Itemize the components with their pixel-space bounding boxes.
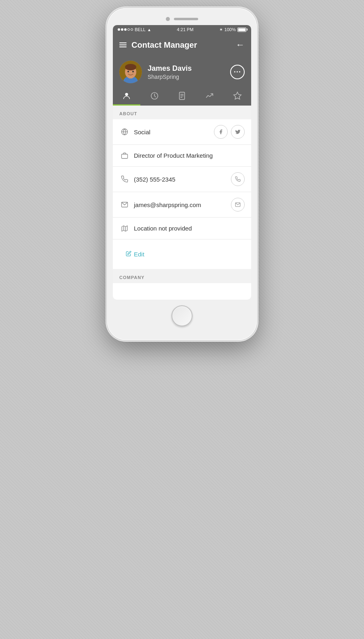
phone-text: (352) 555-2345 [134, 176, 231, 183]
company-card [113, 283, 251, 299]
app-title: Contact Manager [131, 40, 197, 50]
wifi-icon: ▲ [147, 28, 151, 32]
chart-icon [205, 91, 214, 102]
edit-item: Edit [113, 239, 251, 269]
signal-dots [118, 28, 133, 31]
facebook-button[interactable] [214, 125, 228, 139]
social-text: Social [134, 129, 214, 135]
back-button[interactable]: ← [236, 40, 245, 50]
star-icon [233, 91, 242, 102]
tab-star[interactable] [224, 87, 251, 106]
carrier-label: BELL [135, 27, 146, 32]
location-text: Location not provided [134, 225, 245, 232]
email-icon [119, 201, 130, 208]
contact-company: SharpSpring [148, 74, 224, 80]
location-item: Location not provided [113, 218, 251, 239]
svg-point-7 [125, 93, 128, 96]
screen: BELL ▲ 4:21 PM ✶ 100% Contact Manager [113, 25, 251, 300]
edit-label: Edit [134, 251, 144, 258]
status-bar: BELL ▲ 4:21 PM ✶ 100% [113, 25, 251, 34]
social-actions [214, 125, 245, 139]
about-card: Social Director of Prod [113, 119, 251, 269]
tab-person[interactable] [113, 87, 140, 106]
pencil-icon [126, 251, 131, 258]
time-label: 4:21 PM [177, 27, 193, 32]
call-button[interactable] [231, 172, 245, 186]
edit-button[interactable]: Edit [119, 245, 151, 263]
svg-marker-22 [122, 226, 127, 231]
clock-icon [150, 91, 159, 102]
contact-hero: James Davis SharpSpring ··· [113, 56, 251, 83]
hamburger-line2 [119, 44, 127, 45]
svg-rect-18 [122, 154, 128, 159]
tab-chart[interactable] [196, 87, 223, 106]
dot3 [124, 28, 127, 31]
speaker [174, 18, 198, 20]
status-right: ✶ 100% [219, 27, 246, 32]
tabs-bar [113, 83, 251, 106]
document-icon [178, 91, 186, 102]
phone-bottom [113, 300, 251, 334]
twitter-button[interactable] [231, 125, 245, 139]
phone-frame: BELL ▲ 4:21 PM ✶ 100% Contact Manager [107, 8, 257, 340]
battery-fill [238, 28, 245, 31]
briefcase-icon [119, 152, 130, 159]
phone-item: (352) 555-2345 [113, 167, 251, 192]
job-title-text: Director of Product Marketing [134, 152, 245, 159]
dot2 [121, 28, 123, 31]
email-actions [231, 198, 245, 212]
social-icon [119, 128, 130, 135]
contact-name: James Davis [148, 64, 224, 73]
more-options-button[interactable]: ··· [230, 65, 245, 79]
company-label: COMPANY [113, 269, 251, 283]
hamburger-line1 [119, 42, 127, 43]
tab-clock[interactable] [140, 87, 168, 106]
contact-info: James Davis SharpSpring [148, 64, 224, 80]
map-icon [119, 225, 130, 232]
tab-document[interactable] [168, 87, 196, 106]
battery-percent: 100% [224, 27, 236, 32]
camera [166, 17, 170, 21]
social-item: Social [113, 119, 251, 145]
dot1 [118, 28, 120, 31]
phone-icon [119, 176, 130, 183]
dot5 [131, 28, 133, 31]
home-button[interactable] [171, 305, 193, 326]
hamburger-line3 [119, 47, 127, 47]
send-email-button[interactable] [231, 198, 245, 212]
status-left: BELL ▲ [118, 27, 151, 32]
app-header: Contact Manager ← [113, 34, 251, 56]
svg-marker-15 [234, 92, 241, 99]
svg-point-4 [125, 64, 136, 70]
avatar [119, 61, 142, 83]
content-area: ABOUT Social [113, 106, 251, 299]
avatar-image [119, 61, 142, 83]
header-left: Contact Manager [119, 40, 197, 50]
phone-top [113, 14, 251, 25]
svg-point-5 [127, 71, 129, 72]
email-item: james@sharpspring.com [113, 192, 251, 218]
phone-actions [231, 172, 245, 186]
person-icon [122, 91, 131, 102]
job-title-item: Director of Product Marketing [113, 145, 251, 167]
hamburger-menu[interactable] [119, 42, 127, 47]
battery-icon [237, 28, 246, 32]
svg-point-6 [132, 71, 134, 72]
about-label: ABOUT [113, 106, 251, 119]
bluetooth-icon: ✶ [219, 27, 223, 32]
email-text: james@sharpspring.com [134, 201, 231, 208]
dot4 [127, 28, 130, 31]
